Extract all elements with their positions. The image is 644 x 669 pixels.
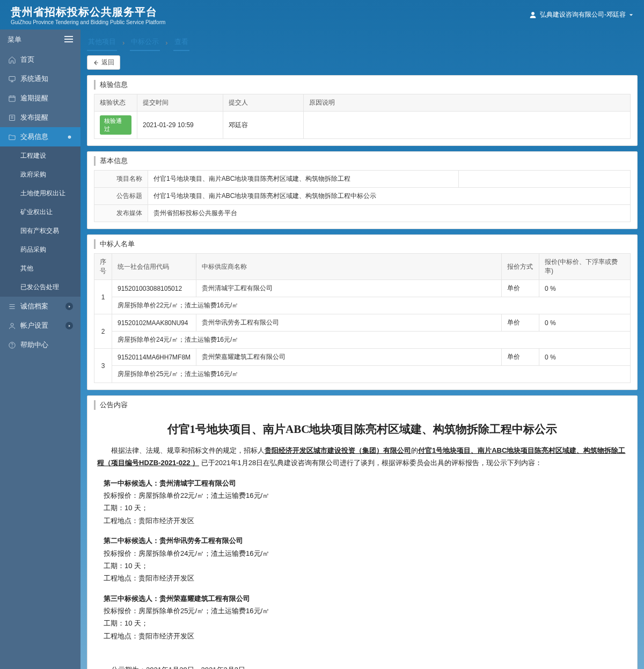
- sidebar-item-publish-remind[interactable]: 发布提醒: [0, 108, 80, 127]
- table-row: 房屋拆除单价22元/㎡；渣土运输费16元/㎡: [94, 297, 631, 314]
- status-badge: 核验通过: [100, 115, 131, 135]
- candidate-duration: 工期：10 天；: [104, 560, 627, 572]
- bidder-price: 0 %: [539, 280, 631, 297]
- sidebar-label: 发布提醒: [20, 113, 48, 122]
- table-row: 3 91520114MA6HH7MF8M 贵州荣嘉耀建筑工程有限公司 单价 0 …: [94, 349, 631, 366]
- folder-icon: [8, 133, 16, 141]
- bidder-method: 单价: [502, 349, 539, 366]
- sidebar-label: 交易信息: [20, 132, 48, 142]
- basic-v-project: 付官1号地块项目、南片ABC地块项目陈亮村区域建、构筑物拆除工程: [148, 171, 459, 188]
- verify-col-submitter: 提交人: [223, 94, 304, 112]
- candidate-location: 工程地点：贵阳市经济开发区: [104, 514, 627, 527]
- bidder-detail: 房屋拆除单价22元/㎡；渣土运输费16元/㎡: [112, 297, 631, 314]
- sidebar-item-help[interactable]: 帮助中心: [0, 335, 80, 355]
- candidate-block: 第三中标候选人：贵州荣嘉耀建筑工程有限公司 投标报价：房屋拆除单价25元/㎡；渣…: [104, 592, 627, 643]
- sidebar-sub-label: 工程建设: [20, 151, 46, 160]
- sidebar-sub-gov-procure[interactable]: 政府采购: [0, 165, 80, 184]
- candidate-rank: 第一中标候选人：贵州清城宇工程有限公司: [104, 477, 627, 489]
- sidebar-sub-land[interactable]: 土地使用权出让: [0, 184, 80, 203]
- candidate-price: 投标报价：房屋拆除单价24元/㎡；渣土运输费16元/㎡: [104, 547, 627, 560]
- basic-v-notice: 付官1号地块项目、南片ABC地块项目陈亮村区域建、构筑物拆除工程中标公示: [148, 188, 631, 205]
- sidebar-sub-mining[interactable]: 矿业权出让: [0, 203, 80, 222]
- sidebar-label: 首页: [20, 55, 34, 64]
- sidebar-sub-published[interactable]: 已发公告处理: [0, 278, 80, 297]
- bidder-idx: 3: [94, 349, 112, 383]
- notice-panel: 公告内容 付官1号地块项目、南片ABC地块项目陈亮村区域建、构筑物拆除工程中标公…: [87, 395, 638, 669]
- verify-table: 核验状态 提交时间 提交人 原因说明 核验通过 2021-01-29 10:59…: [94, 94, 631, 139]
- sidebar-sub-label: 其他: [20, 264, 33, 273]
- notice-body: 付官1号地块项目、南片ABC地块项目陈亮村区域建、构筑物拆除工程中标公示 根据法…: [94, 414, 631, 669]
- back-button[interactable]: 返回: [87, 55, 120, 70]
- bidder-idx: 1: [94, 280, 112, 314]
- user-company-label: 弘典建设咨询有限公司-邓廷容: [540, 10, 626, 19]
- bidder-method: 单价: [502, 314, 539, 332]
- bidder-detail: 房屋拆除单价24元/㎡；渣土运输费16元/㎡: [112, 332, 631, 349]
- user-menu[interactable]: 弘典建设咨询有限公司-邓廷容: [529, 10, 633, 19]
- bidder-name: 贵州清城宇工程有限公司: [196, 280, 502, 297]
- bidder-name: 贵州华讯劳务工程有限公司: [196, 314, 502, 332]
- sidebar-sub-label: 土地使用权出让: [20, 189, 65, 198]
- notice-intro-mid: 的: [411, 446, 418, 454]
- help-icon: [8, 341, 16, 349]
- sidebar-item-account[interactable]: 帐户设置: [0, 316, 80, 335]
- notice-title: 付官1号地块项目、南片ABC地块项目陈亮村区域建、构筑物拆除工程中标公示: [97, 420, 627, 440]
- candidate-price: 投标报价：房屋拆除单价25元/㎡；渣土运输费16元/㎡: [104, 605, 627, 617]
- bidder-idx: 2: [94, 314, 112, 349]
- candidate-rank: 第三中标候选人：贵州荣嘉耀建筑工程有限公司: [104, 592, 627, 605]
- person-icon: [529, 11, 537, 19]
- notice-section-title: 公告内容: [94, 400, 631, 410]
- bidder-price: 0 %: [539, 349, 631, 366]
- breadcrumb-item[interactable]: 中标公示: [130, 34, 160, 51]
- chevron-collapse-icon[interactable]: [65, 133, 73, 141]
- candidate-block: 第二中标候选人：贵州华讯劳务工程有限公司 投标报价：房屋拆除单价24元/㎡；渣土…: [104, 534, 627, 585]
- sidebar-sub-label: 药品采购: [20, 245, 46, 254]
- verify-panel: 核验信息 核验状态 提交时间 提交人 原因说明 核验通过 2021-01-29 …: [87, 75, 638, 146]
- sidebar-sub-label: 政府采购: [20, 170, 46, 179]
- hamburger-icon[interactable]: [64, 36, 73, 44]
- table-row: 房屋拆除单价24元/㎡；渣土运输费16元/㎡: [94, 332, 631, 349]
- user-icon: [8, 321, 16, 330]
- verify-col-reason: 原因说明: [304, 94, 631, 112]
- sidebar-sub-medicine[interactable]: 药品采购: [0, 240, 80, 259]
- candidate-rank: 第二中标候选人：贵州华讯劳务工程有限公司: [104, 534, 627, 547]
- sidebar: 菜单 首页 系统通知 逾期提醒 发布提醒 交易信息: [0, 30, 80, 669]
- breadcrumb-item[interactable]: 查看: [173, 34, 189, 51]
- bidders-panel-title: 中标人名单: [94, 239, 631, 249]
- table-row: 1 915201003088105012 贵州清城宇工程有限公司 单价 0 %: [94, 280, 631, 297]
- sidebar-item-overdue[interactable]: 逾期提醒: [0, 89, 80, 108]
- candidate-location: 工程地点：贵阳市经济开发区: [104, 630, 627, 642]
- calendar-icon: [8, 94, 16, 102]
- back-button-label: 返回: [101, 58, 114, 67]
- sidebar-sub-construction[interactable]: 工程建设: [0, 146, 80, 165]
- basic-panel: 基本信息 项目名称 付官1号地块项目、南片ABC地块项目陈亮村区域建、构筑物拆除…: [87, 151, 638, 229]
- sidebar-item-credit[interactable]: 诚信档案: [0, 297, 80, 316]
- bidders-col-idx: 序号: [94, 254, 112, 280]
- breadcrumb-sep: ›: [122, 39, 125, 47]
- sidebar-item-trade-info[interactable]: 交易信息: [0, 127, 80, 146]
- basic-panel-title: 基本信息: [94, 156, 631, 166]
- breadcrumb-item[interactable]: 其他项目: [87, 34, 117, 51]
- notice-intro-post: 已于2021年1月28日在弘典建设咨询有限公司进行了谈判，根据评标委员会出具的评…: [199, 459, 542, 467]
- bidder-code: 91520102MAAK80NU94: [112, 314, 196, 332]
- sidebar-menu-header: 菜单: [0, 30, 80, 50]
- breadcrumb: 其他项目 › 中标公示 › 查看: [87, 34, 638, 51]
- basic-extra: [459, 171, 631, 188]
- sidebar-item-home[interactable]: 首页: [0, 50, 80, 69]
- sidebar-submenu: 工程建设 政府采购 土地使用权出让 矿业权出让 国有产权交易 药品采购 其他 已…: [0, 146, 80, 297]
- sidebar-sub-label: 矿业权出让: [20, 208, 53, 217]
- table-row: 2 91520102MAAK80NU94 贵州华讯劳务工程有限公司 单价 0 %: [94, 314, 631, 332]
- basic-k-project: 项目名称: [94, 171, 148, 188]
- sidebar-sub-other[interactable]: 其他: [0, 259, 80, 278]
- notice-period: 公示期为：2021年1月29日－2021年2月3日: [97, 664, 627, 669]
- table-row: 房屋拆除单价25元/㎡；渣土运输费16元/㎡: [94, 366, 631, 383]
- notice-intro-owner: 贵阳经济开发区城市建设投资（集团）有限公司: [265, 446, 411, 454]
- main-content: 其他项目 › 中标公示 › 查看 返回 核验信息 核验状态 提交时间 提交人 原…: [80, 30, 644, 669]
- sidebar-sub-property[interactable]: 国有产权交易: [0, 222, 80, 240]
- basic-table: 项目名称 付官1号地块项目、南片ABC地块项目陈亮村区域建、构筑物拆除工程 公告…: [94, 170, 631, 222]
- sidebar-item-system-notice[interactable]: 系统通知: [0, 69, 80, 89]
- bidders-col-price: 报价(中标价、下浮率或费率): [539, 254, 631, 280]
- sidebar-label: 诚信档案: [20, 302, 48, 311]
- bell-icon: [8, 113, 16, 122]
- sidebar-label: 帮助中心: [20, 340, 48, 350]
- bidder-code: 91520114MA6HH7MF8M: [112, 349, 196, 366]
